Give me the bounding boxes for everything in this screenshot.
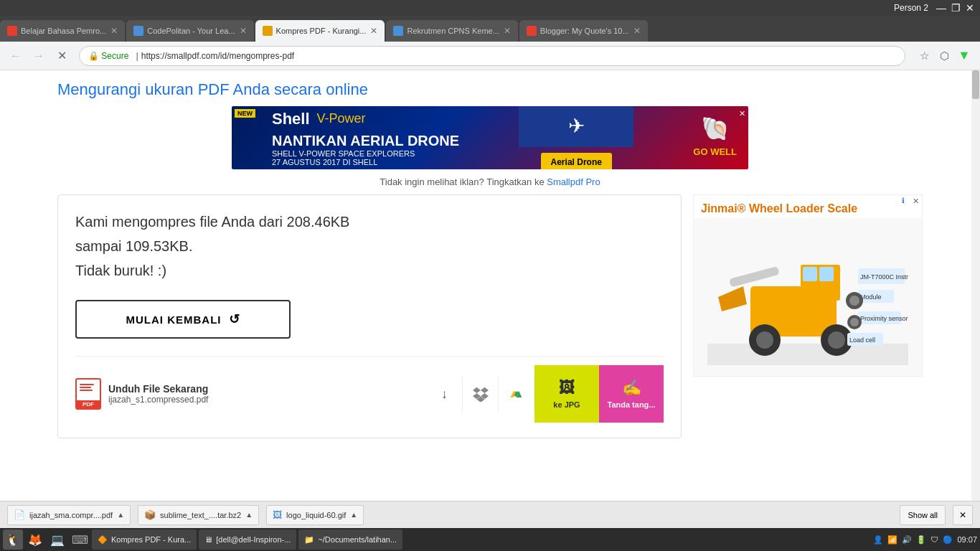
image-icon-3: 🖼 [273, 509, 282, 520]
tab-4[interactable]: Rekrutmen CPNS Keme... ✕ [386, 20, 517, 42]
addressbar: ← → ✕ 🔒 Secure | https://smallpdf.com/id… [0, 42, 980, 70]
tab-label-5: Blogger: My Quote's 10... [540, 27, 629, 35]
toolbar-icons: ☆ ⬡ ▼ [914, 46, 974, 66]
forward-button[interactable]: → [29, 46, 49, 66]
volume-icon: 🔊 [902, 535, 912, 545]
ad-title: NANTIKAN AERIAL DRONE [272, 133, 459, 149]
compress-result: Kami mengompres file Anda dari 208.46KB … [57, 194, 682, 438]
ke-jpg-icon: 🖼 [559, 379, 575, 397]
svg-text:JM-T7000C Instrument: JM-T7000C Instrument [860, 273, 908, 281]
taskbar-window-terminal[interactable]: 🖥 [dell@dell-Inspiron-... [199, 529, 296, 550]
dl-chevron-2[interactable]: ▲ [245, 511, 253, 519]
titlebar: Person 2 — ❐ ✕ [0, 0, 980, 16]
dl-item-label-1: ijazah_sma.compr....pdf [29, 511, 113, 519]
ad-banner: NEW Shell V-Power NANTIKAN AERIAL DRONE … [232, 106, 748, 169]
url-text: https://smallpdf.com/id/mengompres-pdf [141, 51, 294, 61]
taskbar: 🐧 🦊 💻 ⌨ 🔶 Kompres PDF - Kura... 🖥 [dell@… [0, 528, 980, 551]
back-button[interactable]: ← [6, 46, 26, 66]
taskbar-icon-terminal[interactable]: 💻 [47, 529, 67, 550]
taskbar-window-browser[interactable]: 🔶 Kompres PDF - Kura... [92, 529, 197, 550]
tab-close-1[interactable]: ✕ [110, 26, 118, 36]
result-text: Kami mengompres file Anda dari 208.46KB … [75, 209, 664, 283]
svg-rect-0 [707, 344, 908, 365]
browser-icon: 🔶 [98, 535, 108, 545]
taskbar-window-files[interactable]: 📁 ~/Documents/latihan... [298, 529, 402, 550]
download-item-1[interactable]: 📄 ijazah_sma.compr....pdf ▲ [7, 505, 131, 525]
bottom-downloads-bar: 📄 ijazah_sma.compr....pdf ▲ 📦 sublime_te… [0, 501, 980, 528]
titlebar-user: Person 2 [894, 3, 928, 13]
download-item-2[interactable]: 📦 sublime_text_....tar.bz2 ▲ [138, 505, 259, 525]
page-content: Mengurangi ukuran PDF Anda secara online… [0, 70, 980, 501]
tab-icon-5 [527, 26, 537, 36]
svg-rect-3 [803, 267, 817, 281]
taskbar-icon-keyboard[interactable]: ⌨ [70, 529, 90, 550]
restart-button[interactable]: MULAI KEMBALI ↺ [75, 300, 291, 339]
downloads-close-button[interactable]: ✕ [953, 505, 973, 525]
scrollbar[interactable] [971, 70, 980, 501]
bookmark-icon[interactable]: ☆ [914, 46, 934, 66]
reload-button[interactable]: ✕ [52, 46, 72, 66]
ke-jpg-button[interactable]: 🖼 ke JPG [534, 365, 599, 423]
ad-info-icon[interactable]: ℹ [902, 197, 905, 204]
tab-2[interactable]: CodePolitan - Your Lea... ✕ [126, 20, 253, 42]
show-all-button[interactable]: Show all [900, 505, 946, 525]
tanda-tang-icon: ✍ [622, 379, 641, 397]
ad-gowell-text: GO WELL [693, 146, 737, 157]
jinmai-title: Jinmai® Wheel Loader Scale [694, 195, 922, 218]
ad-drone-button[interactable]: Aerial Drone [541, 153, 612, 169]
pdf-file-icon-1: 📄 [14, 509, 25, 520]
minimize-button[interactable]: — [934, 1, 948, 15]
ad-badge: NEW [235, 109, 255, 118]
ad-promo-text: Tidak ingin melihat iklan? Tingkatkan ke… [380, 176, 600, 187]
tab-close-5[interactable]: ✕ [633, 26, 641, 36]
shield-icon: 🛡 [930, 535, 938, 544]
right-ad-close-icon[interactable]: ✕ [913, 197, 919, 206]
download-arrow-button[interactable]: ↓ [427, 376, 463, 412]
tab-5[interactable]: Blogger: My Quote's 10... ✕ [519, 20, 648, 42]
taskbar-icon-firefox[interactable]: 🦊 [25, 529, 45, 550]
smallpdf-pro-link[interactable]: Smallpdf Pro [547, 176, 600, 187]
tab-label-3: Kompres PDF - Kurangi... [276, 27, 367, 35]
close-button[interactable]: ✕ [963, 1, 977, 15]
svg-rect-5 [729, 266, 780, 288]
download-filename: ijazah_s1.compressed.pdf [108, 395, 208, 405]
cast-icon[interactable]: ⬡ [934, 46, 954, 66]
dl-chevron-1[interactable]: ▲ [117, 511, 124, 519]
gdrive-button[interactable] [499, 376, 534, 412]
svg-point-22 [850, 318, 859, 326]
pdf-icon: PDF [75, 378, 101, 410]
file-icon-2: 📦 [144, 509, 156, 520]
dl-chevron-3[interactable]: ▲ [350, 511, 357, 519]
jinmai-ad-image: JM-T7000C Instrument Module Proximity se… [694, 218, 922, 376]
tab-1[interactable]: Belajar Bahasa Pemro... ✕ [0, 20, 125, 42]
dropbox-button[interactable] [463, 376, 499, 412]
tab-label-2: CodePolitan - Your Lea... [147, 27, 235, 35]
tab-close-2[interactable]: ✕ [240, 26, 247, 36]
url-bar[interactable]: 🔒 Secure | https://smallpdf.com/id/mengo… [79, 46, 905, 66]
tab-icon-3 [263, 26, 273, 36]
download-label: Unduh File Sekarang [108, 383, 208, 395]
shell-logo: 🐚 [701, 115, 730, 142]
download-item-3[interactable]: 🖼 logo_liquid-60.gif ▲ [266, 505, 364, 525]
tab-icon-2 [133, 26, 143, 36]
tabbar: Belajar Bahasa Pemro... ✕ CodePolitan - … [0, 16, 980, 42]
dl-item-label-3: logo_liquid-60.gif [286, 511, 346, 519]
svg-point-8 [828, 331, 845, 349]
tab-close-3[interactable]: ✕ [370, 26, 377, 36]
tab-close-4[interactable]: ✕ [504, 26, 511, 36]
restore-button[interactable]: ❐ [948, 1, 963, 15]
tab-3[interactable]: Kompres PDF - Kurangi... ✕ [255, 20, 385, 42]
download-actions: ↓ 🖼 ke JPG [427, 365, 664, 423]
download-bar: PDF Unduh File Sekarang ijazah_s1.compre… [75, 356, 664, 423]
svg-marker-6 [718, 286, 747, 311]
scrollbar-thumb[interactable] [972, 70, 979, 99]
ad-sub2: 27 AGUSTUS 2017 DI SHELL [272, 158, 459, 166]
extension-icon[interactable]: ▼ [954, 46, 974, 66]
ad-close-button[interactable]: ✕ [739, 109, 745, 118]
tab-icon-4 [393, 26, 403, 36]
tanda-tangan-button[interactable]: ✍ Tanda tang... [599, 365, 664, 423]
wifi-icon: 📶 [887, 535, 897, 545]
taskbar-icon-penguin[interactable]: 🐧 [3, 529, 23, 550]
download-file-info: PDF Unduh File Sekarang ijazah_s1.compre… [75, 378, 427, 410]
tab-icon-1 [7, 26, 17, 36]
